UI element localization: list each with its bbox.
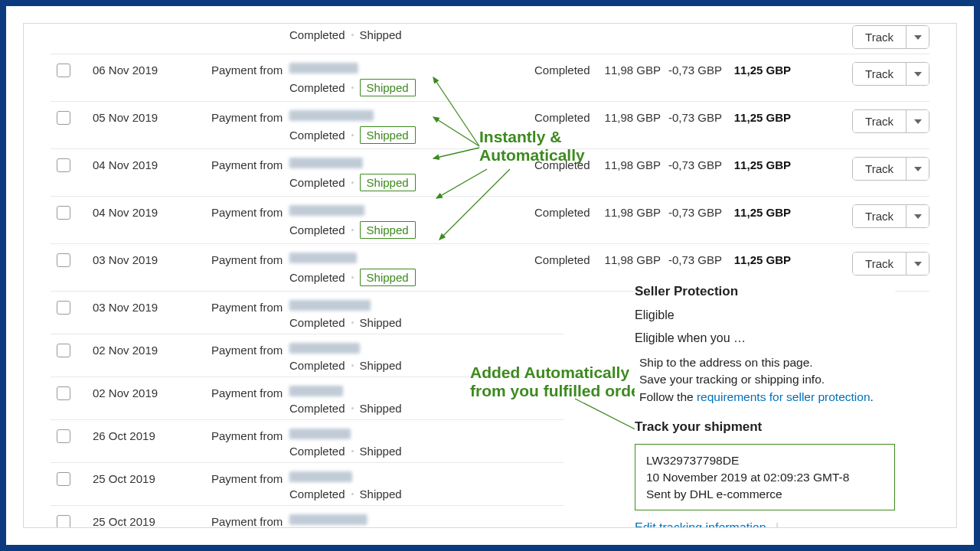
- seller-protection-list: Ship to the address on this page. Save y…: [639, 354, 895, 406]
- payer-name[interactable]: [289, 386, 343, 396]
- gross-cell: 11,98 GBP: [599, 203, 661, 219]
- track-button-group: Track: [852, 157, 929, 181]
- chevron-down-icon: [914, 167, 922, 171]
- content: CompletedShippedTrack06 Nov 2019Payment …: [51, 24, 929, 527]
- main-cell: CompletedShipped: [289, 512, 534, 528]
- payment-from-label: Payment from: [211, 298, 289, 314]
- seller-protection-eligible: Eligible: [635, 308, 895, 322]
- row-checkbox[interactable]: [57, 64, 70, 77]
- detail-panel: Seller Protection Eligible Eligible when…: [635, 284, 895, 528]
- payment-from-label: Payment from: [211, 512, 289, 528]
- edit-tracking-link[interactable]: Edit tracking information: [635, 521, 766, 528]
- status-cell: [534, 24, 599, 27]
- status-cell: Completed: [534, 108, 599, 124]
- payer-name[interactable]: [289, 514, 368, 525]
- status-line: CompletedShipped: [289, 316, 534, 329]
- track-button-group: Track: [852, 62, 929, 86]
- completed-label: Completed: [289, 271, 345, 284]
- main-cell: CompletedShipped: [289, 60, 534, 96]
- tracking-number: LW329737798DE: [646, 452, 884, 469]
- date-cell: 26 Oct 2019: [93, 426, 211, 442]
- row-checkbox[interactable]: [57, 206, 70, 220]
- shipped-label: Shipped: [360, 359, 402, 372]
- row-checkbox[interactable]: [57, 111, 70, 125]
- status-line: CompletedShipped: [289, 28, 534, 41]
- status-line: CompletedShipped: [289, 79, 534, 96]
- track-button-group: Track: [852, 252, 929, 276]
- net-cell: 11,25 GBP: [722, 203, 791, 219]
- row-checkbox[interactable]: [57, 386, 70, 400]
- track-dropdown[interactable]: [906, 205, 929, 227]
- payment-from-label: Payment from: [211, 383, 289, 399]
- date-cell: 04 Nov 2019: [93, 155, 211, 171]
- fee-cell: -0,73 GBP: [661, 250, 722, 266]
- completed-label: Completed: [289, 402, 345, 415]
- payer-name[interactable]: [289, 429, 351, 439]
- track-dropdown[interactable]: [906, 110, 929, 132]
- completed-label: Completed: [289, 445, 345, 458]
- track-button[interactable]: Track: [853, 205, 906, 227]
- gross-cell: 11,98 GBP: [599, 108, 661, 124]
- track-button-group: Track: [852, 109, 929, 133]
- payer-name[interactable]: [289, 63, 358, 73]
- status-line: CompletedShipped: [289, 221, 534, 239]
- status-cell: Completed: [534, 60, 599, 77]
- gross-cell: 11,98 GBP: [599, 250, 661, 266]
- payer-name[interactable]: [289, 253, 357, 263]
- table-row: 04 Nov 2019Payment fromCompletedShippedC…: [51, 197, 929, 244]
- fee-cell: -0,73 GBP: [661, 108, 722, 124]
- row-checkbox[interactable]: [57, 472, 70, 486]
- row-checkbox[interactable]: [57, 158, 70, 172]
- requirements-link[interactable]: requirements for seller protection: [697, 390, 871, 403]
- track-dropdown[interactable]: [906, 158, 929, 180]
- completed-label: Completed: [289, 223, 345, 236]
- completed-label: Completed: [289, 316, 345, 329]
- shipped-label: Shipped: [360, 126, 416, 144]
- date-cell: 02 Nov 2019: [93, 383, 211, 399]
- shipped-label: Shipped: [360, 221, 416, 239]
- sp-item-2: Save your tracking or shipping info.: [639, 371, 895, 388]
- payer-name[interactable]: [289, 343, 360, 354]
- status-line: CompletedShipped: [289, 269, 534, 286]
- payment-from-label: Payment from: [211, 250, 289, 266]
- payment-from-label: Payment from: [211, 469, 289, 485]
- completed-label: Completed: [289, 176, 345, 189]
- track-dropdown[interactable]: [906, 253, 929, 275]
- outer-frame: CompletedShippedTrack06 Nov 2019Payment …: [6, 6, 974, 545]
- row-checkbox[interactable]: [57, 344, 70, 357]
- annotation-added-automatically: Added Automatically from you fulfilled o…: [470, 364, 655, 400]
- chevron-down-icon: [914, 72, 922, 77]
- payer-name[interactable]: [289, 300, 371, 311]
- status-line: CompletedShipped: [289, 174, 534, 191]
- track-button[interactable]: Track: [853, 63, 906, 85]
- payer-name[interactable]: [289, 471, 352, 482]
- track-dropdown[interactable]: [906, 63, 929, 85]
- shipped-label: Shipped: [360, 28, 402, 41]
- payer-name[interactable]: [289, 110, 374, 121]
- net-cell: 11,25 GBP: [722, 250, 791, 266]
- row-checkbox[interactable]: [57, 515, 70, 528]
- row-checkbox[interactable]: [57, 301, 70, 315]
- row-checkbox[interactable]: [57, 429, 70, 443]
- tracking-carrier: Sent by DHL e-commerce: [646, 486, 884, 503]
- track-button[interactable]: Track: [853, 110, 906, 132]
- row-checkbox[interactable]: [57, 253, 70, 267]
- payment-from-label: Payment from: [211, 203, 289, 219]
- status-line: CompletedShipped: [289, 402, 534, 415]
- track-dropdown[interactable]: [906, 26, 929, 48]
- date-cell: 06 Nov 2019: [93, 60, 211, 77]
- track-button[interactable]: Track: [853, 26, 906, 48]
- net-cell: 11,25 GBP: [722, 60, 791, 77]
- date-cell: 02 Nov 2019: [93, 341, 211, 357]
- track-button[interactable]: Track: [853, 158, 906, 180]
- completed-label: Completed: [289, 129, 345, 142]
- payer-name[interactable]: [289, 158, 363, 168]
- payer-name[interactable]: [289, 205, 364, 216]
- inner-frame: CompletedShippedTrack06 Nov 2019Payment …: [23, 23, 957, 528]
- date-cell: [93, 24, 211, 27]
- completed-label: Completed: [289, 81, 345, 94]
- payment-from-label: [211, 24, 289, 27]
- track-button[interactable]: Track: [853, 253, 906, 275]
- payment-from-label: Payment from: [211, 341, 289, 357]
- shipped-label: Shipped: [360, 79, 416, 96]
